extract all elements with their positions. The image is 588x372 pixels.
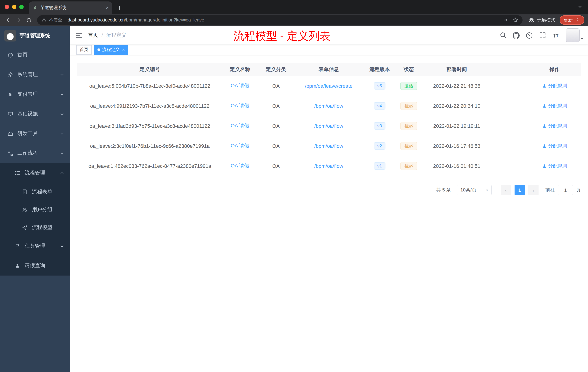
update-button[interactable]: 更新 ⋮ bbox=[560, 15, 584, 25]
breadcrumb-separator: / bbox=[101, 33, 103, 38]
sidebar-item-process-manage[interactable]: 流程管理 bbox=[0, 163, 70, 183]
deploy-time: 2022-01-22 21:48:38 bbox=[421, 76, 492, 96]
app-navbar: 首页 / 流程定义 流程模型 - 定义列表 bbox=[70, 26, 588, 44]
url-host: dashboard.yudao.iocoder.cn bbox=[68, 17, 125, 22]
sidebar-item-task-manage[interactable]: 任务管理 bbox=[0, 236, 70, 256]
form-info-link[interactable]: /bpm/oa/flow bbox=[314, 163, 343, 169]
definition-name-link[interactable]: OA 请假 bbox=[231, 83, 250, 89]
form-info-link[interactable]: /bpm/oa/flow bbox=[314, 103, 343, 109]
form-icon bbox=[22, 189, 28, 194]
tag-close-icon[interactable]: × bbox=[122, 47, 125, 52]
definition-category: OA bbox=[257, 156, 294, 176]
column-header: 表单信息 bbox=[294, 63, 363, 76]
screen: 芋道管理系统 × + 不安全 dashboard.yudao.iocoder.c… bbox=[0, 0, 588, 372]
form-info-link[interactable]: /bpm/oa/leave/create bbox=[305, 83, 353, 89]
window-controls bbox=[0, 0, 29, 14]
breadcrumb-home[interactable]: 首页 bbox=[88, 32, 98, 39]
definition-name-link[interactable]: OA 请假 bbox=[231, 163, 250, 169]
current-page-button[interactable]: 1 bbox=[514, 185, 525, 195]
cell-filler bbox=[492, 96, 528, 116]
app-logo[interactable]: 芋道管理系统 bbox=[0, 26, 70, 45]
forward-icon[interactable] bbox=[14, 15, 23, 25]
browser-tab[interactable]: 芋道管理系统 × bbox=[29, 1, 112, 14]
new-tab-button[interactable]: + bbox=[117, 4, 121, 11]
sidebar-item-label: 流程管理 bbox=[25, 170, 45, 176]
tab-search-chevron-icon[interactable] bbox=[578, 5, 582, 9]
assign-rule-link[interactable]: 分配规则 bbox=[542, 103, 567, 109]
tab-close-icon[interactable]: × bbox=[106, 5, 109, 10]
sidebar-item-infrastructure[interactable]: 基础设施 bbox=[0, 104, 70, 124]
goto-page-input[interactable] bbox=[558, 185, 573, 195]
tags-view-bar: 首页 流程定义 × bbox=[70, 44, 588, 55]
sidebar-item-label: 用户分组 bbox=[32, 206, 52, 213]
bookmark-star-icon[interactable] bbox=[512, 17, 518, 23]
incognito-icon bbox=[528, 17, 535, 23]
assign-rule-label: 分配规则 bbox=[548, 83, 567, 89]
address-bar[interactable]: 不安全 dashboard.yudao.iocoder.cn/bpm/manag… bbox=[37, 15, 523, 25]
cell-filler bbox=[492, 156, 528, 176]
definition-name-link[interactable]: OA 请假 bbox=[231, 103, 250, 109]
yen-icon: ¥ bbox=[7, 91, 13, 97]
assign-rule-link[interactable]: 分配规则 bbox=[542, 163, 567, 169]
tag-label: 流程定义 bbox=[102, 47, 120, 53]
github-icon[interactable] bbox=[512, 32, 521, 39]
tag-process-definition[interactable]: 流程定义 × bbox=[94, 45, 128, 55]
security-label: 不安全 bbox=[49, 17, 62, 23]
page-size-select[interactable]: 10条/页 ▾ bbox=[457, 185, 492, 195]
reload-icon[interactable] bbox=[24, 15, 33, 25]
assign-rule-link[interactable]: 分配规则 bbox=[542, 123, 567, 129]
sidebar-item-payment[interactable]: ¥ 支付管理 bbox=[0, 85, 70, 104]
sidebar-item-label: 流程表单 bbox=[32, 188, 52, 195]
assign-rule-label: 分配规则 bbox=[548, 123, 567, 129]
prev-page-button[interactable]: ‹ bbox=[501, 185, 511, 195]
chevron-down-icon bbox=[60, 131, 64, 136]
version-badge: v1 bbox=[374, 162, 386, 170]
sidebar-item-workflow[interactable]: 工作流程 bbox=[0, 143, 70, 163]
sidebar-item-process-form[interactable]: 流程表单 bbox=[0, 183, 70, 201]
column-filler bbox=[492, 63, 528, 76]
status-badge: 挂起 bbox=[400, 122, 417, 130]
hamburger-icon[interactable] bbox=[70, 33, 88, 38]
pagination: 共 5 条 10条/页 ▾ ‹ 1 › 前往 页 bbox=[77, 185, 581, 195]
table-row: oa_leave:4:991f2193-7b7f-11ec-a3c8-acde4… bbox=[77, 96, 581, 116]
definition-name-link[interactable]: OA 请假 bbox=[231, 123, 250, 129]
sidebar-item-dev-tools[interactable]: 研发工具 bbox=[0, 124, 70, 143]
password-key-icon[interactable] bbox=[504, 17, 510, 23]
help-icon[interactable] bbox=[525, 32, 534, 39]
assign-rule-link[interactable]: 分配规则 bbox=[542, 143, 567, 149]
form-info-link[interactable]: /bpm/oa/flow bbox=[314, 143, 343, 149]
next-page-button[interactable]: › bbox=[528, 185, 538, 195]
definition-id: oa_leave:1:482ec033-762a-11ec-8477-a2380… bbox=[77, 156, 222, 176]
column-header: 定义编号 bbox=[77, 63, 222, 76]
deploy-time: 2022-01-22 19:19:11 bbox=[421, 116, 492, 136]
table-row: oa_leave:3:1fad3d93-7b75-11ec-a3c8-acde4… bbox=[77, 116, 581, 136]
cell-filler bbox=[492, 136, 528, 156]
tag-label: 首页 bbox=[80, 47, 88, 53]
tag-home[interactable]: 首页 bbox=[76, 45, 92, 55]
table-row: oa_leave:1:482ec033-762a-11ec-8477-a2380… bbox=[77, 156, 581, 176]
window-minimize-button[interactable] bbox=[12, 5, 16, 9]
sidebar-item-label: 基础设施 bbox=[17, 111, 38, 117]
workflow-icon bbox=[7, 151, 13, 156]
browser-menu-icon[interactable]: ⋮ bbox=[575, 17, 580, 23]
search-icon[interactable] bbox=[499, 32, 508, 39]
window-close-button[interactable] bbox=[5, 5, 9, 9]
sidebar-item-leave-query[interactable]: 请假查询 bbox=[0, 256, 70, 275]
window-zoom-button[interactable] bbox=[19, 5, 24, 9]
sidebar-item-user-group[interactable]: 用户分组 bbox=[0, 201, 70, 219]
sidebar-item-process-model[interactable]: 流程模型 bbox=[0, 219, 70, 236]
sidebar-item-system[interactable]: 系统管理 bbox=[0, 65, 70, 85]
form-info-link[interactable]: /bpm/oa/flow bbox=[314, 123, 343, 129]
font-size-icon[interactable]: TT bbox=[551, 32, 560, 38]
assign-rule-link[interactable]: 分配规则 bbox=[542, 83, 567, 89]
sidebar-item-home[interactable]: 首页 bbox=[0, 45, 70, 65]
user-menu[interactable]: ▾ bbox=[566, 28, 583, 42]
back-icon[interactable] bbox=[4, 15, 13, 25]
avatar[interactable] bbox=[566, 28, 580, 42]
deploy-time: 2022-01-16 01:40:51 bbox=[421, 156, 492, 176]
column-header: 定义名称 bbox=[222, 63, 257, 76]
definition-name-link[interactable]: OA 请假 bbox=[231, 143, 250, 149]
column-header: 定义分类 bbox=[257, 63, 294, 76]
fullscreen-icon[interactable] bbox=[538, 32, 547, 39]
caret-down-icon: ▾ bbox=[581, 37, 583, 42]
